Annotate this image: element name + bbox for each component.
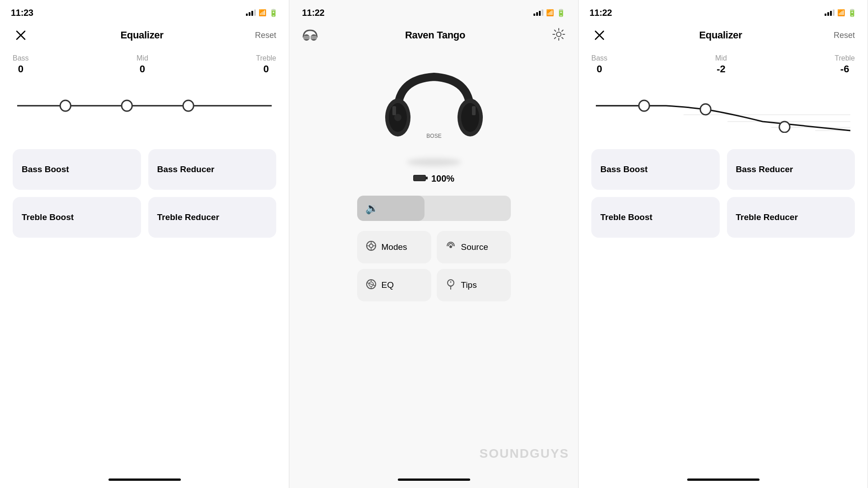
- svg-point-5: [183, 100, 193, 111]
- headphone-icon: [302, 26, 318, 45]
- center-panel: 11:22 📶 🔋 Raven Tango: [289, 0, 579, 488]
- treble-value-left: 0: [263, 63, 269, 75]
- treble-boost-left[interactable]: Treble Boost: [13, 197, 141, 238]
- preset-grid-right: Bass Boost Bass Reducer Treble Boost Tre…: [579, 136, 868, 238]
- source-icon: [445, 240, 457, 254]
- headphone-image: BOSE: [371, 59, 497, 163]
- svg-point-39: [779, 122, 790, 132]
- eq-section-right: Bass 0 Mid -2 Treble -6: [579, 50, 868, 136]
- treble-boost-right[interactable]: Treble Boost: [591, 197, 720, 238]
- tips-icon: [445, 278, 457, 292]
- bass-boost-right[interactable]: Bass Boost: [591, 149, 720, 190]
- svg-rect-18: [472, 106, 476, 115]
- equalizer-title-right: Equalizer: [699, 29, 742, 41]
- tips-label: Tips: [461, 280, 477, 290]
- time-center: 11:22: [302, 8, 325, 18]
- nav-header-center: Raven Tango: [289, 23, 578, 50]
- modes-button[interactable]: Modes: [357, 231, 431, 263]
- home-indicator-left: [108, 479, 181, 481]
- preset-grid-left: Bass Boost Bass Reducer Treble Boost Tre…: [0, 136, 289, 238]
- tips-button[interactable]: Tips: [437, 269, 511, 301]
- svg-point-10: [557, 32, 561, 37]
- source-button[interactable]: Source: [437, 231, 511, 263]
- svg-point-37: [639, 100, 649, 111]
- svg-rect-8: [303, 36, 310, 39]
- right-panel: 11:22 📶 🔋 Equalizer Reset Bass: [579, 0, 868, 488]
- volume-bar[interactable]: 🔉: [357, 196, 511, 221]
- bass-reducer-left[interactable]: Bass Reducer: [148, 149, 277, 190]
- battery-row: 100%: [413, 174, 454, 184]
- svg-point-30: [450, 281, 451, 282]
- svg-rect-17: [392, 106, 396, 115]
- close-button-right[interactable]: [591, 27, 608, 43]
- treble-group-left: Treble 0: [256, 54, 276, 75]
- treble-label-left: Treble: [256, 54, 276, 62]
- eq-visualizer-left: [13, 79, 276, 133]
- time-left: 11:23: [11, 8, 33, 18]
- treble-reducer-right[interactable]: Treble Reducer: [727, 197, 855, 238]
- volume-slider-container: 🔉: [357, 196, 511, 221]
- svg-point-14: [461, 103, 479, 132]
- bass-value-right: 0: [597, 63, 602, 75]
- home-indicator-right: [687, 479, 760, 481]
- treble-value-right: -6: [840, 63, 849, 75]
- bass-label-right: Bass: [591, 54, 608, 62]
- watermark: SoundGuys: [480, 446, 569, 461]
- svg-text:BOSE: BOSE: [426, 133, 441, 139]
- svg-point-3: [60, 100, 71, 111]
- bass-group-right: Bass 0: [591, 54, 608, 75]
- mid-label-left: Mid: [137, 54, 148, 62]
- nav-header-left: Equalizer Reset: [0, 23, 289, 50]
- battery-icon-right: 🔋: [848, 9, 857, 17]
- signal-center: [533, 9, 543, 16]
- settings-icon[interactable]: [552, 28, 566, 43]
- battery-full-icon: [413, 174, 428, 184]
- status-icons-right: 📶 🔋: [825, 9, 857, 17]
- equalizer-title-left: Equalizer: [120, 29, 163, 41]
- svg-rect-9: [311, 36, 317, 39]
- status-bar-left: 11:23 📶 🔋: [0, 0, 289, 23]
- bass-boost-left[interactable]: Bass Boost: [13, 149, 141, 190]
- source-label: Source: [461, 242, 488, 252]
- left-panel: 11:23 📶 🔋 Equalizer Reset Bass: [0, 0, 289, 488]
- wifi-icon-right: 📶: [837, 9, 845, 16]
- nav-header-right: Equalizer Reset: [579, 23, 868, 50]
- battery-percent: 100%: [431, 174, 454, 184]
- eq-visualizer-right: [591, 79, 855, 133]
- eq-labels-right: Bass 0 Mid -2 Treble -6: [591, 54, 855, 75]
- menu-grid: Modes Source: [357, 231, 511, 301]
- volume-fill: 🔉: [357, 196, 425, 221]
- treble-group-right: Treble -6: [835, 54, 855, 75]
- eq-button[interactable]: EQ: [357, 269, 431, 301]
- time-right: 11:22: [590, 8, 612, 18]
- status-bar-right: 11:22 📶 🔋: [579, 0, 868, 23]
- svg-point-28: [448, 280, 454, 286]
- signal-right: [825, 9, 835, 16]
- reset-button-left[interactable]: Reset: [255, 31, 276, 40]
- status-bar-center: 11:22 📶 🔋: [289, 0, 578, 23]
- bass-value-left: 0: [18, 63, 24, 75]
- volume-icon: 🔉: [365, 202, 379, 215]
- mid-group-left: Mid 0: [137, 54, 148, 75]
- svg-point-38: [700, 104, 711, 115]
- headphone-shadow: [407, 158, 461, 166]
- svg-rect-21: [414, 175, 425, 180]
- mid-value-right: -2: [717, 63, 726, 75]
- eq-section-left: Bass 0 Mid 0 Treble 0: [0, 50, 289, 136]
- bass-group-left: Bass 0: [13, 54, 29, 75]
- eq-label: EQ: [382, 280, 394, 290]
- bass-label-left: Bass: [13, 54, 29, 62]
- svg-point-4: [122, 100, 132, 111]
- reset-button-right[interactable]: Reset: [834, 31, 855, 40]
- mid-group-right: Mid -2: [715, 54, 727, 75]
- device-name: Raven Tango: [405, 29, 465, 41]
- modes-label: Modes: [382, 242, 407, 252]
- close-button-left[interactable]: [13, 27, 29, 43]
- status-icons-center: 📶 🔋: [533, 9, 566, 17]
- home-indicator-center: [398, 479, 470, 481]
- treble-reducer-left[interactable]: Treble Reducer: [148, 197, 277, 238]
- modes-icon: [365, 240, 377, 254]
- bass-reducer-right[interactable]: Bass Reducer: [727, 149, 855, 190]
- headphone-container: BOSE 100% 🔉: [357, 50, 511, 479]
- signal-left: [246, 9, 256, 16]
